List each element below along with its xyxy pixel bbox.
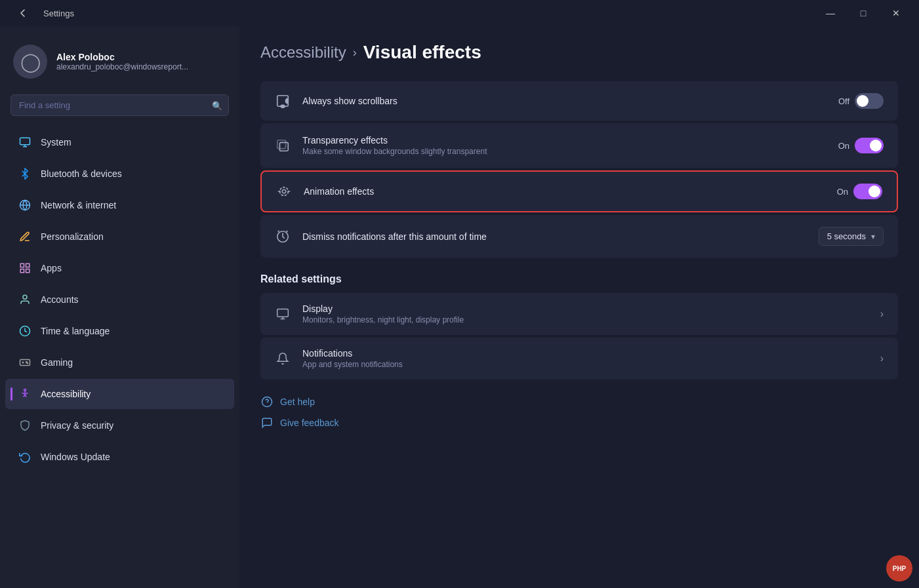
notifications-related-card[interactable]: Notifications App and system notificatio… — [260, 338, 898, 380]
search-icon: 🔍 — [212, 100, 222, 110]
svg-point-16 — [24, 389, 26, 391]
titlebar: Settings — □ ✕ — [0, 0, 919, 26]
window-controls: — □ ✕ — [815, 3, 911, 24]
sidebar-item-network[interactable]: Network & internet — [5, 190, 234, 220]
sidebar-item-accounts[interactable]: Accounts — [5, 284, 234, 315]
notifications-chevron-icon: › — [880, 353, 884, 364]
scrollbars-toggle-knob — [857, 95, 868, 107]
sidebar-label-network: Network & internet — [41, 200, 116, 210]
sidebar-label-accounts: Accounts — [41, 294, 79, 305]
svg-rect-22 — [277, 140, 286, 149]
transparency-toggle-knob — [870, 140, 882, 151]
breadcrumb-parent[interactable]: Accessibility — [260, 43, 346, 62]
minimize-button[interactable]: — — [815, 3, 846, 24]
get-help-link[interactable]: Get help — [260, 395, 898, 408]
display-text: Display Monitors, brightness, night ligh… — [302, 304, 868, 324]
scrollbars-text: Always show scrollbars — [302, 96, 827, 106]
scrollbars-state-label: Off — [838, 96, 849, 106]
sidebar-item-gaming[interactable]: Gaming — [5, 347, 234, 378]
titlebar-left: Settings — [8, 3, 74, 24]
notifications-dropdown[interactable]: 5 seconds ▾ — [819, 227, 884, 246]
svg-line-30 — [287, 230, 288, 231]
sidebar-item-apps[interactable]: Apps — [5, 253, 234, 283]
scrollbars-icon — [275, 93, 291, 109]
user-name: Alex Poloboc — [56, 52, 188, 62]
help-icon — [260, 395, 274, 408]
gaming-icon — [18, 356, 31, 369]
sidebar-item-update[interactable]: Windows Update — [5, 442, 234, 472]
app-container: ◯ Alex Poloboc alexandru_poloboc@windows… — [0, 26, 919, 588]
notifications-timeout-icon — [275, 229, 291, 245]
notifications-dropdown-value: 5 seconds — [827, 231, 866, 241]
accessibility-icon — [18, 387, 31, 401]
transparency-setting: Transparency effects Make some window ba… — [260, 123, 898, 168]
svg-point-24 — [282, 189, 286, 193]
personalization-icon — [18, 230, 31, 243]
sidebar-item-personalization[interactable]: Personalization — [5, 222, 234, 252]
sidebar-item-time[interactable]: Time & language — [5, 316, 234, 346]
user-info: Alex Poloboc alexandru_poloboc@windowsre… — [56, 52, 188, 71]
svg-rect-19 — [286, 99, 289, 103]
svg-rect-11 — [20, 360, 30, 366]
svg-point-25 — [280, 187, 289, 196]
app-title: Settings — [43, 9, 74, 18]
watermark: PHP — [886, 555, 912, 581]
user-profile[interactable]: ◯ Alex Poloboc alexandru_poloboc@windows… — [0, 37, 239, 92]
svg-rect-5 — [20, 264, 24, 267]
notifications-subtitle: App and system notifications — [302, 360, 868, 369]
display-related-card[interactable]: Display Monitors, brightness, night ligh… — [260, 293, 898, 335]
svg-rect-6 — [26, 264, 30, 267]
animation-control: On — [837, 184, 882, 199]
breadcrumb-chevron-icon: › — [353, 46, 357, 60]
avatar-icon: ◯ — [20, 51, 41, 73]
notifications-timeout-text: Dismiss notifications after this amount … — [302, 231, 807, 242]
animation-toggle[interactable] — [853, 184, 882, 199]
feedback-icon — [260, 416, 274, 429]
give-feedback-link[interactable]: Give feedback — [260, 416, 898, 429]
monitor-icon — [18, 136, 31, 149]
notifications-title: Notifications — [302, 348, 868, 359]
svg-rect-7 — [26, 269, 30, 273]
main-content: Accessibility › Visual effects Always sh… — [239, 26, 919, 588]
bluetooth-icon — [18, 167, 31, 180]
display-icon — [275, 306, 291, 322]
give-feedback-label: Give feedback — [280, 418, 339, 428]
notifications-timeout-control[interactable]: 5 seconds ▾ — [819, 227, 884, 246]
sidebar-item-bluetooth[interactable]: Bluetooth & devices — [5, 159, 234, 189]
sidebar: ◯ Alex Poloboc alexandru_poloboc@windows… — [0, 26, 239, 588]
transparency-toggle[interactable] — [855, 138, 884, 153]
animation-title: Animation effects — [304, 186, 825, 197]
animation-toggle-knob — [868, 186, 880, 197]
close-button[interactable]: ✕ — [881, 3, 911, 24]
transparency-title: Transparency effects — [302, 135, 827, 146]
transparency-control: On — [838, 138, 884, 153]
svg-point-15 — [27, 363, 28, 364]
scrollbars-setting: Always show scrollbars Off — [260, 81, 898, 121]
scrollbars-toggle[interactable] — [855, 93, 884, 109]
svg-line-29 — [278, 230, 279, 231]
apps-icon — [18, 262, 31, 275]
sidebar-item-privacy[interactable]: Privacy & security — [5, 410, 234, 441]
sidebar-label-apps: Apps — [41, 263, 62, 273]
transparency-state-label: On — [838, 141, 849, 151]
transparency-text: Transparency effects Make some window ba… — [302, 135, 827, 156]
privacy-icon — [18, 419, 31, 432]
notifications-timeout-setting: Dismiss notifications after this amount … — [260, 215, 898, 258]
scrollbars-title: Always show scrollbars — [302, 96, 827, 106]
display-title: Display — [302, 304, 868, 314]
sidebar-item-system[interactable]: System — [5, 127, 234, 157]
get-help-label: Get help — [280, 397, 315, 407]
search-box: 🔍 — [10, 94, 229, 116]
search-input[interactable] — [10, 94, 229, 116]
sidebar-label-time: Time & language — [41, 326, 110, 336]
back-button[interactable] — [8, 3, 38, 24]
sidebar-item-accessibility[interactable]: Accessibility — [5, 379, 234, 409]
breadcrumb-current: Visual effects — [363, 42, 481, 63]
display-chevron-icon: › — [880, 308, 884, 320]
maximize-button[interactable]: □ — [848, 3, 878, 24]
avatar: ◯ — [13, 45, 47, 79]
animation-setting: Animation effects On — [260, 170, 898, 212]
active-indicator — [10, 387, 12, 401]
breadcrumb: Accessibility › Visual effects — [260, 42, 898, 63]
sidebar-label-gaming: Gaming — [41, 357, 73, 368]
